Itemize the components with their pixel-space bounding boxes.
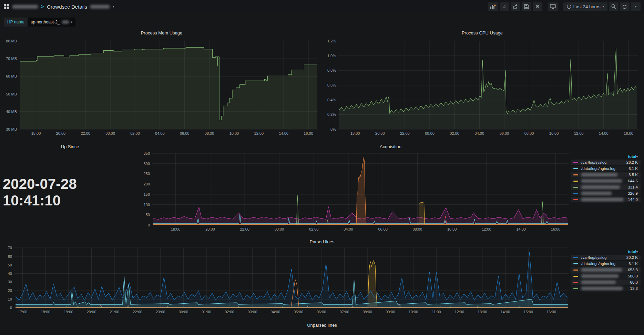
dashboard-title[interactable]: Crowdsec Details: [47, 4, 87, 10]
legend-row[interactable]: 331.4: [571, 184, 641, 190]
series-color-swatch: [573, 282, 578, 283]
legend-row[interactable]: 60.0: [571, 280, 641, 285]
axis-tick-label: 08:00: [205, 131, 214, 135]
settings-button[interactable]: ⚙: [533, 2, 542, 11]
caret-down-icon: ▾: [636, 155, 638, 159]
tv-mode-button[interactable]: [548, 2, 558, 11]
panel-process-cpu-usage: Process CPU Usage 0%0.2%0.4%0.6%0.8%1.0%…: [323, 29, 641, 139]
axis-tick-label: 14:00: [599, 131, 609, 135]
refresh-button[interactable]: [620, 2, 630, 11]
legend-row[interactable]: 326.9: [571, 191, 641, 196]
time-range-picker[interactable]: Last 24 hours ▾: [563, 2, 607, 11]
apps-grid-icon[interactable]: [3, 4, 9, 10]
axis-tick-label: 70: [8, 246, 12, 250]
axis-tick-label: 10: [8, 297, 12, 301]
panel-title[interactable]: Up Since: [3, 143, 137, 151]
axis-tick-label: 12:00: [454, 310, 464, 314]
legend-value: 588.0: [628, 274, 638, 278]
mem-usage-chart[interactable]: 30 MB40 MB50 MB60 MB70 MB80 MB18:0020:00…: [3, 37, 320, 139]
axis-tick-label: 0%: [330, 127, 336, 131]
dashboard-grid: Process Mem Usage 30 MB40 MB50 MB60 MB70…: [0, 27, 644, 329]
star-button[interactable]: ☆: [500, 2, 509, 11]
legend-rows: /var/log/syslog20.2 K/data/logs/nginx.lo…: [571, 255, 641, 291]
caret-down-icon: ▾: [71, 21, 73, 24]
hp-name-variable[interactable]: HP name ap-northeast-2_ ▾: [4, 18, 75, 27]
axis-tick-label: 50: [8, 263, 12, 267]
legend-sort-header[interactable]: total▾: [571, 249, 641, 255]
series-color-swatch: [573, 270, 578, 271]
legend-sort-header[interactable]: total▾: [571, 154, 641, 160]
series-color-swatch: [573, 181, 578, 182]
axis-tick-label: 00:00: [105, 131, 115, 135]
legend-row[interactable]: 3.5 K: [571, 172, 641, 177]
legend-row[interactable]: /data/logs/nginx.log6.1 K: [571, 166, 641, 171]
variable-value-text: ap-northeast-2_: [31, 20, 60, 24]
axis-tick-label: 21:00: [110, 310, 119, 314]
axis-tick-label: 20: [8, 288, 12, 293]
parsed-lines-chart[interactable]: 01020304050607017:0018:0019:0020:0021:00…: [3, 246, 571, 317]
axis-tick-label: 50 MB: [6, 92, 17, 96]
axis-tick-label: 04:00: [475, 131, 484, 135]
variable-value-redacted: [62, 20, 69, 24]
legend-label[interactable]: /var/log/syslog: [581, 255, 626, 260]
legend-value: 26.2 K: [626, 160, 638, 164]
legend-row[interactable]: 144.0: [571, 197, 641, 202]
submenu: HP name ap-northeast-2_ ▾: [0, 13, 644, 27]
legend-row[interactable]: 644.6: [571, 178, 641, 184]
axis-tick-label: 350: [144, 151, 150, 155]
axis-tick-label: 80 MB: [6, 39, 17, 43]
cpu-usage-chart[interactable]: 0%0.2%0.4%0.6%0.8%1.0%1.2%18:0020:0022:0…: [323, 37, 641, 139]
share-button[interactable]: [511, 2, 520, 11]
axis-tick-label: 200: [144, 182, 150, 186]
panel-parsed-lines: Parsed lines 01020304050607017:0018:0019…: [3, 238, 641, 317]
axis-tick-label: 23:00: [156, 310, 165, 314]
panel-title[interactable]: Acquisition: [140, 143, 641, 151]
panel-title[interactable]: Process Mem Usage: [3, 29, 320, 37]
axis-tick-label: 06:00: [180, 131, 190, 135]
axis-tick-label: 22:00: [240, 227, 249, 231]
axis-tick-label: 06:00: [317, 310, 326, 314]
axis-tick-label: 14:00: [516, 227, 526, 231]
variable-value-dropdown[interactable]: ap-northeast-2_ ▾: [28, 18, 75, 27]
axis-tick-label: 06:00: [378, 227, 388, 231]
legend-label[interactable]: /data/logs/nginx.log: [581, 262, 628, 266]
axis-tick-label: 0: [10, 306, 12, 310]
legend-row[interactable]: /data/logs/nginx.log6.1 K: [571, 261, 641, 266]
panel-title[interactable]: Unparsed lines: [3, 322, 641, 329]
acquisition-chart[interactable]: 05010015020025030035018:0020:0022:0000:0…: [140, 151, 571, 234]
chevron-down-icon[interactable]: ▾: [113, 5, 114, 8]
add-panel-button[interactable]: [488, 2, 498, 11]
row-2: Up Since 2020-07-28 10:41:10 Acquisition…: [3, 143, 641, 234]
legend-row[interactable]: 653.3: [571, 267, 641, 273]
axis-tick-label: 16:00: [551, 227, 561, 231]
axis-tick-label: 18:00: [31, 131, 41, 135]
axis-tick-label: 03:00: [248, 310, 257, 314]
breadcrumb-separator: >: [41, 4, 44, 9]
legend-label[interactable]: /var/log/syslog: [581, 160, 626, 164]
panel-title[interactable]: Process CPU Usage: [323, 29, 641, 37]
axis-tick-label: 04:00: [271, 310, 280, 314]
legend-row[interactable]: /var/log/syslog26.2 K: [571, 160, 641, 165]
legend-label-redacted: [581, 173, 617, 176]
legend-row[interactable]: 13.3: [571, 286, 641, 291]
save-button[interactable]: [522, 2, 531, 11]
refresh-interval-dropdown[interactable]: ▾: [631, 2, 641, 11]
legend-value: 3.5 K: [628, 173, 638, 177]
legend-row[interactable]: 588.0: [571, 273, 641, 279]
navbar: > Crowdsec Details ▾ ☆ ⚙ Last 24 hours ▾: [0, 0, 644, 13]
legend-label[interactable]: /data/logs/nginx.log: [581, 166, 628, 171]
legend-label-redacted: [581, 274, 619, 278]
axis-tick-label: 60 MB: [6, 74, 17, 78]
axis-tick-label: 18:00: [171, 227, 181, 231]
breadcrumb-folder-redacted[interactable]: [12, 5, 38, 9]
axis-tick-label: 22:00: [133, 310, 142, 314]
zoom-out-button[interactable]: [609, 2, 619, 11]
axis-tick-label: 18:00: [350, 131, 360, 135]
breadcrumb: > Crowdsec Details ▾: [3, 4, 114, 10]
legend-value: 60.0: [630, 280, 638, 284]
axis-tick-label: 16:00: [546, 310, 556, 314]
panel-title[interactable]: Parsed lines: [3, 238, 641, 246]
legend-row[interactable]: /var/log/syslog20.2 K: [571, 255, 641, 260]
row-1: Process Mem Usage 30 MB40 MB50 MB60 MB70…: [3, 29, 641, 139]
axis-tick-label: 04:00: [155, 131, 165, 135]
